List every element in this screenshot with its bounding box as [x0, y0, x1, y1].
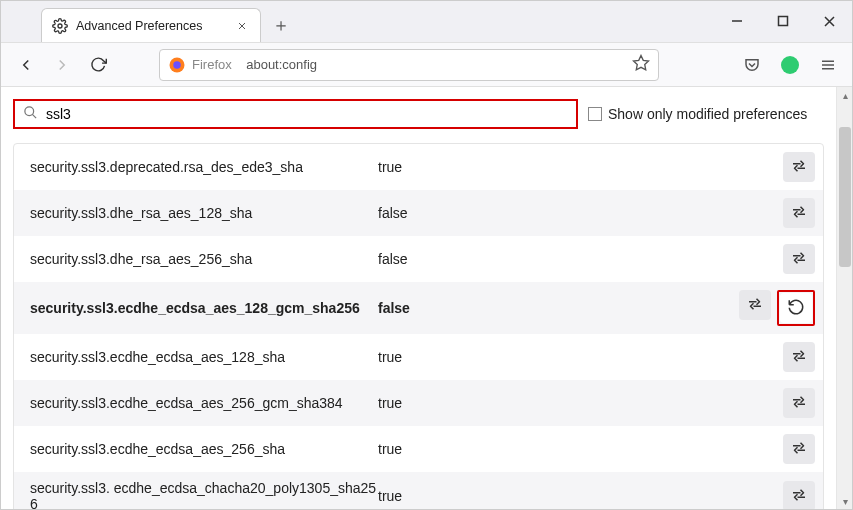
scroll-up-icon[interactable]: ▴	[837, 87, 853, 103]
pref-name: security.ssl3.deprecated.rsa_des_ede3_sh…	[30, 159, 378, 175]
url-label: Firefox	[192, 57, 232, 72]
pref-value: true	[378, 159, 783, 175]
pocket-icon[interactable]	[738, 51, 766, 79]
pref-row: security.ssl3.ecdhe_ecdsa_aes_256_gcm_sh…	[14, 380, 823, 426]
pref-row: security.ssl3.ecdhe_ecdsa_aes_128_shatru…	[14, 334, 823, 380]
vertical-scrollbar[interactable]: ▴ ▾	[836, 87, 852, 509]
pref-actions	[783, 388, 815, 418]
svg-line-10	[32, 114, 36, 118]
svg-point-4	[173, 61, 181, 69]
reset-highlight	[777, 290, 815, 326]
browser-toolbar: Firefox about:config	[1, 43, 852, 87]
gear-icon	[52, 18, 68, 34]
pref-value: true	[378, 488, 783, 504]
pref-name: security.ssl3. ecdhe_ecdsa_chacha20_poly…	[30, 480, 378, 509]
toggle-icon	[790, 439, 808, 460]
toggle-button[interactable]	[783, 152, 815, 182]
toolbar-right-icons	[738, 51, 842, 79]
search-icon	[23, 105, 38, 124]
new-tab-button[interactable]: ＋	[267, 11, 295, 39]
pref-value: false	[378, 300, 739, 316]
toggle-icon	[790, 347, 808, 368]
pref-actions	[783, 342, 815, 372]
svg-point-9	[25, 106, 34, 115]
pref-value: true	[378, 349, 783, 365]
pref-list: security.ssl3.deprecated.rsa_des_ede3_sh…	[13, 143, 824, 509]
pref-value: true	[378, 441, 783, 457]
window-controls	[714, 0, 852, 42]
scroll-down-icon[interactable]: ▾	[837, 493, 853, 509]
titlebar: Advanced Preferences ＋	[1, 1, 852, 43]
url-address: about:config	[246, 57, 317, 72]
toggle-icon	[790, 486, 808, 507]
url-bar[interactable]: Firefox about:config	[159, 49, 659, 81]
pref-name: security.ssl3.ecdhe_ecdsa_aes_256_gcm_sh…	[30, 395, 378, 411]
page-content: Show only modified preferences security.…	[1, 87, 852, 509]
pref-value: true	[378, 395, 783, 411]
back-button[interactable]	[11, 50, 41, 80]
show-modified-label[interactable]: Show only modified preferences	[588, 106, 807, 122]
svg-marker-5	[634, 55, 649, 69]
pref-row: security.ssl3. ecdhe_ecdsa_chacha20_poly…	[14, 472, 823, 509]
toggle-icon	[790, 249, 808, 270]
toggle-button[interactable]	[783, 434, 815, 464]
pref-actions	[783, 152, 815, 182]
pref-row: security.ssl3.ecdhe_ecdsa_aes_256_shatru…	[14, 426, 823, 472]
search-input[interactable]	[46, 106, 568, 122]
minimize-button[interactable]	[714, 0, 760, 42]
pref-name: security.ssl3.ecdhe_ecdsa_aes_128_gcm_sh…	[30, 300, 378, 316]
bookmark-star-icon[interactable]	[632, 54, 650, 76]
reload-button[interactable]	[83, 50, 113, 80]
pref-actions	[783, 244, 815, 274]
svg-point-0	[58, 24, 62, 28]
toggle-button[interactable]	[783, 342, 815, 372]
pref-row: security.ssl3.deprecated.rsa_des_ede3_sh…	[14, 144, 823, 190]
toggle-icon	[790, 157, 808, 178]
pref-actions	[783, 481, 815, 509]
toggle-button[interactable]	[783, 244, 815, 274]
pref-row: security.ssl3.dhe_rsa_aes_128_shafalse	[14, 190, 823, 236]
maximize-button[interactable]	[760, 0, 806, 42]
browser-tab[interactable]: Advanced Preferences	[41, 8, 261, 42]
url-text: Firefox about:config	[192, 57, 317, 72]
pref-row: security.ssl3.ecdhe_ecdsa_aes_128_gcm_sh…	[14, 282, 823, 334]
pref-name: security.ssl3.dhe_rsa_aes_128_sha	[30, 205, 378, 221]
firefox-icon	[168, 56, 186, 74]
toggle-icon	[790, 393, 808, 414]
pref-row: security.ssl3.dhe_rsa_aes_256_shafalse	[14, 236, 823, 282]
search-row: Show only modified preferences	[1, 87, 836, 137]
toggle-button[interactable]	[783, 481, 815, 509]
scroll-thumb[interactable]	[839, 127, 851, 267]
pref-actions	[783, 434, 815, 464]
pref-name: security.ssl3.ecdhe_ecdsa_aes_256_sha	[30, 441, 378, 457]
show-modified-text: Show only modified preferences	[608, 106, 807, 122]
app-menu-button[interactable]	[814, 51, 842, 79]
toggle-button[interactable]	[739, 290, 771, 320]
toggle-button[interactable]	[783, 198, 815, 228]
toggle-button[interactable]	[783, 388, 815, 418]
toggle-icon	[746, 295, 764, 316]
forward-button[interactable]	[47, 50, 77, 80]
tab-title: Advanced Preferences	[76, 19, 226, 33]
pref-name: security.ssl3.dhe_rsa_aes_256_sha	[30, 251, 378, 267]
search-box[interactable]	[13, 99, 578, 129]
pref-actions	[783, 198, 815, 228]
extension-icon[interactable]	[776, 51, 804, 79]
svg-rect-2	[779, 17, 788, 26]
pref-name: security.ssl3.ecdhe_ecdsa_aes_128_sha	[30, 349, 378, 365]
pref-actions	[739, 290, 815, 326]
reset-button[interactable]	[780, 293, 812, 323]
close-tab-icon[interactable]	[234, 18, 250, 34]
show-modified-checkbox[interactable]	[588, 107, 602, 121]
toggle-icon	[790, 203, 808, 224]
undo-icon	[787, 298, 805, 319]
close-window-button[interactable]	[806, 0, 852, 42]
pref-value: false	[378, 251, 783, 267]
pref-value: false	[378, 205, 783, 221]
